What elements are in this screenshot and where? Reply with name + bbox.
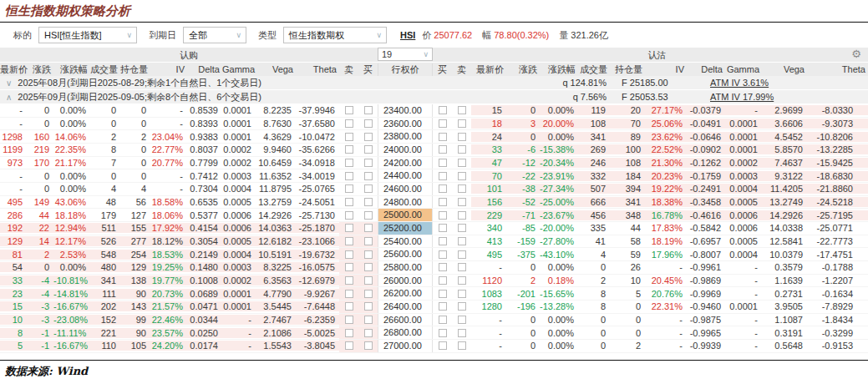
strike-cell[interactable]: 26600.00 <box>378 314 433 326</box>
sell-checkbox[interactable] <box>458 290 466 298</box>
buy-checkbox[interactable] <box>439 106 447 114</box>
buy-checkbox[interactable] <box>364 302 373 311</box>
buy-checkbox[interactable] <box>364 211 373 220</box>
buy-checkbox[interactable] <box>439 237 447 245</box>
buy-checkbox[interactable] <box>364 263 373 271</box>
sell-checkbox[interactable] <box>458 172 466 180</box>
buy-checkbox[interactable] <box>364 172 373 180</box>
sell-checkbox[interactable] <box>345 198 353 206</box>
buy-checkbox[interactable] <box>439 341 447 350</box>
buy-checkbox[interactable] <box>439 184 447 193</box>
buy-checkbox[interactable] <box>364 316 373 324</box>
strike-cell[interactable]: 27000.00 <box>378 340 433 352</box>
buy-checkbox[interactable] <box>364 329 373 337</box>
buy-checkbox[interactable] <box>439 290 447 298</box>
strike-cell[interactable]: 25800.00 <box>378 261 433 274</box>
sell-checkbox[interactable] <box>458 263 466 271</box>
sell-checkbox[interactable] <box>458 302 466 311</box>
strike-cell[interactable]: 26400.00 <box>378 301 433 313</box>
strike-cell[interactable]: 26800.00 <box>378 326 433 339</box>
buy-checkbox[interactable] <box>364 145 373 154</box>
buy-checkbox[interactable] <box>364 106 373 114</box>
strike-cell[interactable]: 25200.00 <box>378 222 433 235</box>
buy-checkbox[interactable] <box>364 119 373 128</box>
buy-checkbox[interactable] <box>439 276 447 285</box>
chevron-up-icon[interactable]: ∧ <box>6 93 12 102</box>
buy-checkbox[interactable] <box>364 224 373 232</box>
hsi-symbol-link[interactable]: HSI <box>400 30 415 40</box>
sell-checkbox[interactable] <box>458 184 466 193</box>
sell-checkbox[interactable] <box>345 159 353 167</box>
sell-checkbox[interactable] <box>345 341 353 350</box>
sell-checkbox[interactable] <box>345 224 353 232</box>
strike-cell[interactable]: 23600.00 <box>378 118 433 130</box>
group-atm-iv-link[interactable]: ATM IV 3.61% <box>710 78 769 88</box>
buy-checkbox[interactable] <box>439 198 447 206</box>
sell-checkbox[interactable] <box>458 329 466 337</box>
buy-checkbox[interactable] <box>439 159 447 167</box>
sell-checkbox[interactable] <box>345 211 353 220</box>
sell-checkbox[interactable] <box>345 145 353 154</box>
buy-checkbox[interactable] <box>364 341 373 350</box>
sell-checkbox[interactable] <box>345 316 353 324</box>
strike-cell[interactable]: 23800.00 <box>378 130 433 143</box>
strike-cell[interactable]: 24800.00 <box>378 196 433 209</box>
sell-checkbox[interactable] <box>458 106 466 114</box>
buy-checkbox[interactable] <box>364 237 373 245</box>
buy-checkbox[interactable] <box>364 159 373 167</box>
expiry-select[interactable]: 全部 ∨ <box>183 27 246 43</box>
sell-checkbox[interactable] <box>345 290 353 298</box>
sell-checkbox[interactable] <box>345 263 353 271</box>
buy-checkbox[interactable] <box>439 133 447 141</box>
strike-cell[interactable]: 25000.00 <box>378 209 433 221</box>
buy-checkbox[interactable] <box>439 329 447 337</box>
sell-checkbox[interactable] <box>458 341 466 350</box>
sell-checkbox[interactable] <box>345 276 353 285</box>
buy-checkbox[interactable] <box>439 302 447 311</box>
buy-checkbox[interactable] <box>439 316 447 324</box>
strike-cell[interactable]: 24000.00 <box>378 144 433 156</box>
strike-cell[interactable]: 25400.00 <box>378 235 433 248</box>
buy-checkbox[interactable] <box>439 119 447 128</box>
strike-cell[interactable]: 26200.00 <box>378 287 433 300</box>
buy-checkbox[interactable] <box>439 145 447 154</box>
group-atm-iv-link[interactable]: ATM IV 17.99% <box>710 92 774 102</box>
sell-checkbox[interactable] <box>458 198 466 206</box>
rows-count-select[interactable]: 19 ∨ <box>378 48 433 61</box>
underlying-select[interactable]: HSI[恒生指数] ∨ <box>38 27 137 43</box>
sell-checkbox[interactable] <box>458 145 466 154</box>
chevron-down-icon[interactable]: ∨ <box>6 78 12 88</box>
sell-checkbox[interactable] <box>345 119 353 128</box>
settings-gear-icon[interactable]: ⚙ <box>851 48 861 59</box>
sell-checkbox[interactable] <box>345 237 353 245</box>
buy-checkbox[interactable] <box>364 290 373 298</box>
sell-checkbox[interactable] <box>458 119 466 128</box>
buy-checkbox[interactable] <box>439 263 447 271</box>
sell-checkbox[interactable] <box>345 172 353 180</box>
sell-checkbox[interactable] <box>458 250 466 259</box>
buy-checkbox[interactable] <box>439 224 447 232</box>
strike-cell[interactable]: 25600.00 <box>378 248 433 260</box>
sell-checkbox[interactable] <box>345 133 353 141</box>
strike-cell[interactable]: 24200.00 <box>378 157 433 169</box>
sell-checkbox[interactable] <box>458 237 466 245</box>
sell-checkbox[interactable] <box>458 133 466 141</box>
strike-cell[interactable]: 23400.00 <box>378 104 433 117</box>
strike-cell[interactable]: 26000.00 <box>378 275 433 287</box>
strike-cell[interactable]: 24600.00 <box>378 183 433 195</box>
sell-checkbox[interactable] <box>345 106 353 114</box>
buy-checkbox[interactable] <box>364 250 373 259</box>
sell-checkbox[interactable] <box>345 184 353 193</box>
buy-checkbox[interactable] <box>364 198 373 206</box>
strike-cell[interactable]: 24400.00 <box>378 169 433 182</box>
sell-checkbox[interactable] <box>458 211 466 220</box>
buy-checkbox[interactable] <box>364 184 373 193</box>
sell-checkbox[interactable] <box>345 329 353 337</box>
expiry-group-row-sep[interactable]: ∧ 2025年09月(到期日2025-09-05;剩余8个自然日、6个交易日) … <box>0 90 868 104</box>
sell-checkbox[interactable] <box>345 302 353 311</box>
type-select[interactable]: 恒生指数期权 ∨ <box>283 27 387 43</box>
sell-checkbox[interactable] <box>458 159 466 167</box>
expiry-group-row-aug[interactable]: ∨ 2025年08月(到期日2025-08-29;剩余1个自然日、1个交易日) … <box>0 76 868 90</box>
buy-checkbox[interactable] <box>364 276 373 285</box>
sell-checkbox[interactable] <box>458 276 466 285</box>
